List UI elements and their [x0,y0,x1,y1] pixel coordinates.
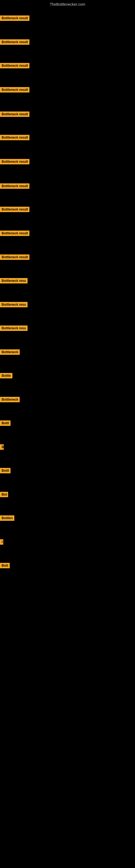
bottleneck-badge-15[interactable]: Bottleneck [0,349,20,355]
bottleneck-badge-22[interactable]: Bottlen [0,516,14,521]
badge-container-13: Bottleneck resu [0,302,28,308]
bottleneck-badge-9[interactable]: Bottleneck result [0,207,30,212]
badge-container-7: Bottleneck result [0,159,30,165]
badge-container-18: Bottl [0,421,10,427]
bottleneck-badge-2[interactable]: Bottleneck result [0,39,30,45]
badge-container-9: Bottleneck result [0,207,30,213]
badge-container-14: Bottleneck resu [0,326,28,332]
badge-container-4: Bottleneck result [0,87,30,94]
bottleneck-badge-20[interactable]: Bottl [0,468,10,473]
bottleneck-badge-21[interactable]: Bot [0,492,8,497]
badge-container-21: Bot [0,492,8,498]
bottleneck-badge-14[interactable]: Bottleneck resu [0,326,28,331]
badge-container-12: Bottleneck resu [0,278,28,284]
badge-container-6: Bottleneck result [0,135,30,141]
bottleneck-badge-24[interactable]: Bott [0,563,10,568]
badge-container-19: B [0,444,4,451]
bottleneck-badge-11[interactable]: Bottleneck result [0,254,30,260]
badge-container-3: Bottleneck result [0,63,30,69]
badge-container-8: Bottleneck result [0,183,30,190]
badge-container-20: Bottl [0,468,10,474]
badge-container-15: Bottleneck [0,349,20,356]
bottleneck-badge-13[interactable]: Bottleneck resu [0,302,28,307]
badge-container-5: Bottleneck result [0,112,30,118]
badge-container-10: Bottleneck result [0,230,30,237]
bottleneck-badge-10[interactable]: Bottleneck result [0,230,30,236]
bottleneck-badge-19[interactable]: B [0,444,4,450]
bottleneck-badge-7[interactable]: Bottleneck result [0,159,30,164]
bottleneck-badge-6[interactable]: Bottleneck result [0,135,30,140]
bottleneck-badge-5[interactable]: Bottleneck result [0,112,30,117]
badge-container-11: Bottleneck result [0,254,30,261]
badge-container-23: I [0,539,3,546]
bottleneck-badge-3[interactable]: Bottleneck result [0,63,30,68]
bottleneck-badge-4[interactable]: Bottleneck result [0,87,30,93]
bottleneck-badge-8[interactable]: Bottleneck result [0,183,30,189]
bottleneck-badge-16[interactable]: Bottle [0,373,12,378]
bottleneck-badge-18[interactable]: Bottl [0,421,10,426]
badge-container-24: Bott [0,563,10,569]
badge-container-1: Bottleneck result [0,16,30,22]
badge-container-17: Bottleneck [0,397,20,403]
bottleneck-badge-23[interactable]: I [0,539,3,545]
site-title: TheBottlenecker.com [0,0,135,9]
bottleneck-badge-17[interactable]: Bottleneck [0,397,20,402]
bottleneck-badge-1[interactable]: Bottleneck result [0,16,30,21]
badge-container-2: Bottleneck result [0,39,30,46]
badge-container-16: Bottle [0,373,12,379]
badge-container-22: Bottlen [0,516,14,522]
bottleneck-badge-12[interactable]: Bottleneck resu [0,278,28,283]
